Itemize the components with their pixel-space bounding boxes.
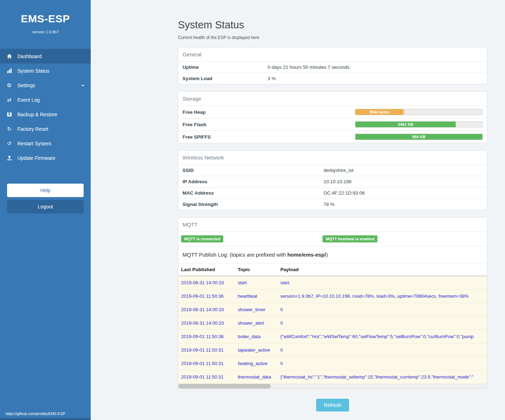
sidebar-item-label: Update Firmware (17, 155, 55, 161)
log-topic: start (238, 280, 280, 285)
ip-address-value: 10.10.10.198 (324, 179, 352, 184)
mqtt-panel-header: MQTT (178, 218, 487, 231)
mqtt-heartbeat-badge: MQTT hearbeat is enabled (322, 235, 377, 242)
log-payload: {"thermostat_hc":"1","thermostat_seltemp… (280, 374, 484, 380)
sidebar-item-label: Backup & Restore (17, 112, 57, 117)
log-published: 2019-09-01 11:50:36 (181, 293, 238, 299)
sidebar-item-restart-system[interactable]: ↺ Restart System (0, 136, 91, 151)
free-spiffs-bar-track: 954 KB (355, 134, 483, 140)
log-topic: thermostat_data (238, 374, 280, 380)
horizontal-scrollbar[interactable] (178, 384, 487, 388)
mqtt-log-row: 2019-09-01 11:50:36 heartbeat version=1.… (178, 290, 487, 303)
sidebar-nav: Dashboard System Status ⚙ Settings ⇄ Eve… (0, 49, 91, 165)
log-topic: heartbeat (238, 293, 280, 299)
github-link[interactable]: https://github.com/proddy/EMS-ESP (6, 411, 65, 416)
free-flash-row: Free Flash 2461 KB (178, 118, 487, 130)
sidebar-item-dashboard[interactable]: Dashboard (0, 49, 91, 63)
log-topic: heating_active (238, 361, 280, 366)
general-panel: General Uptime 0 days 21 hours 50 minute… (178, 47, 487, 84)
log-published: 2019-09-01 11:50:31 (181, 361, 238, 366)
main-content: System Status Current health of the ESP … (91, 0, 505, 420)
mqtt-log-row: 2019-09-01 11:50:31 heating_active 0 (178, 357, 487, 370)
signal-strength-label: Signal Strength (183, 202, 324, 207)
horizontal-scrollbar-thumb[interactable] (178, 384, 271, 388)
signal-strength-value: 78 % (324, 202, 335, 207)
sidebar-item-factory-reset[interactable]: ↻ Factory Reset (0, 122, 91, 136)
log-published: 2019-09-01 11:50:38 (181, 334, 238, 339)
free-flash-bar-track: 2461 KB (355, 121, 483, 128)
app-version: version 1.9.0b7 (0, 30, 91, 34)
log-published: 2019-09-01 11:50:31 (181, 374, 238, 380)
sidebar-item-settings[interactable]: ⚙ Settings (0, 78, 91, 93)
sidebar-item-label: Settings (17, 83, 35, 88)
sidebar-bottom-strip (0, 418, 91, 420)
mqtt-log-row: 2019-08-31 14:00:33 shower_alert 0 (178, 317, 487, 330)
free-heap-bar-track: 9544 bytes (355, 109, 483, 115)
general-panel-header: General (178, 47, 487, 61)
uptime-value: 0 days 21 hours 50 minutes 7 seconds (268, 65, 349, 70)
system-load-value: 3 % (268, 76, 276, 81)
log-payload: {"wWComfort":"Hot","wWSelTemp":60,"selFl… (280, 334, 484, 339)
sidebar-item-event-log[interactable]: ⇄ Event Log (0, 93, 91, 107)
mqtt-badges: MQTT is connected MQTT hearbeat is enabl… (178, 231, 487, 246)
log-published: 2019-08-31 14:00:33 (181, 320, 238, 326)
sidebar-item-system-status[interactable]: System Status (0, 63, 91, 78)
home-icon (6, 54, 13, 59)
mqtt-log-title-suffix: ) (326, 252, 328, 258)
restart-icon: ↺ (6, 140, 13, 147)
ssid-row: SSID derbyshire_iot (178, 164, 487, 176)
ssid-label: SSID (183, 168, 324, 173)
ssid-value: derbyshire_iot (324, 168, 354, 173)
save-icon (6, 112, 13, 117)
free-heap-row: Free Heap 9544 bytes (178, 106, 487, 118)
refresh-container: Refresh (178, 399, 487, 411)
log-topic: boiler_data (238, 334, 280, 339)
chevron-down-icon (81, 83, 85, 88)
column-payload: Payload (280, 267, 484, 272)
log-topic: shower_timer (238, 307, 280, 312)
mac-address-value: DC:4F:22:1D:93:06 (324, 190, 365, 196)
mac-address-row: MAC Address DC:4F:22:1D:93:06 (178, 187, 487, 198)
log-topic: shower_alert (238, 320, 280, 326)
free-flash-bar: 2461 KB (355, 122, 456, 127)
mqtt-log-header: Last Published Topic Payload (178, 263, 487, 276)
system-load-label: System Load (183, 76, 268, 81)
mqtt-log-title: MQTT Publish Log: (topics are prefixed w… (178, 246, 487, 263)
ip-address-label: IP Address (183, 179, 324, 184)
log-published: 2019-08-31 14:00:33 (181, 307, 238, 312)
refresh-button[interactable]: Refresh (316, 399, 349, 411)
chart-icon (6, 68, 13, 73)
logout-button[interactable]: Logout (7, 200, 84, 213)
log-published: 2019-08-31 14:00:33 (181, 280, 238, 285)
sidebar-item-backup-restore[interactable]: Backup & Restore (0, 107, 91, 122)
mqtt-log-title-prefix: MQTT Publish Log: (topics are prefixed w… (183, 252, 287, 258)
uptime-label: Uptime (183, 65, 268, 70)
page-title: System Status (178, 19, 487, 31)
ip-address-row: IP Address 10.10.10.198 (178, 176, 487, 187)
sidebar-item-label: System Status (17, 68, 49, 74)
mqtt-log-row: 2019-08-31 14:00:33 start start (178, 276, 487, 290)
free-spiffs-row: Free SPIFFS 954 KB (178, 130, 487, 143)
brand: EMS-ESP version 1.9.0b7 (0, 0, 91, 34)
sidebar: EMS-ESP version 1.9.0b7 Dashboard System… (0, 0, 91, 420)
help-button[interactable]: Help (7, 184, 84, 197)
mqtt-log-row: 2019-09-01 11:50:38 boiler_data {"wWComf… (178, 330, 487, 343)
log-payload: 0 (280, 361, 484, 366)
signal-strength-row: Signal Strength 78 % (178, 198, 487, 210)
sidebar-buttons: Help Logout (7, 184, 84, 213)
log-payload: 0 (280, 320, 484, 326)
mqtt-connected-badge: MQTT is connected (181, 235, 223, 242)
wireless-panel: Wireless Network SSID derbyshire_iot IP … (178, 150, 487, 210)
log-payload: start (280, 280, 484, 285)
mqtt-log-row: 2019-09-01 11:50:31 thermostat_data {"th… (178, 370, 487, 384)
log-payload: 0 (280, 347, 484, 353)
page-subtitle: Current health of the ESP is displayed h… (178, 35, 487, 40)
log-topic: tapwater_active (238, 347, 280, 353)
sidebar-item-update-firmware[interactable]: Update Firmware (0, 151, 91, 165)
uptime-row: Uptime 0 days 21 hours 50 minutes 7 seco… (178, 61, 487, 73)
sidebar-item-label: Event Log (17, 97, 40, 103)
upload-icon (6, 155, 13, 161)
sidebar-item-label: Dashboard (17, 54, 42, 59)
gear-icon: ⚙ (6, 82, 13, 89)
mqtt-log-title-topic-prefix: home/ems-esp/ (287, 252, 326, 258)
